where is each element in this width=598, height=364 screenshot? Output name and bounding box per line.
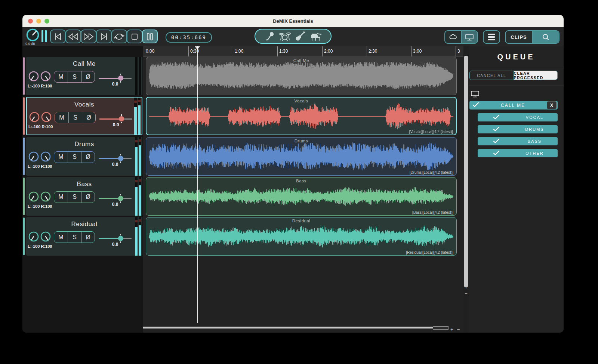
clips-button[interactable]: CLIPS bbox=[506, 31, 532, 43]
pan-right-knob[interactable] bbox=[41, 112, 52, 122]
track-header-vocals[interactable]: Vocals L:-100 R:100 M S Ø 0.0 bbox=[26, 97, 142, 135]
remove-job-button[interactable]: X bbox=[547, 101, 557, 109]
fast-forward-button[interactable] bbox=[81, 30, 96, 43]
check-icon bbox=[472, 102, 479, 109]
mute-button[interactable]: M bbox=[54, 192, 68, 203]
pan-left-knob[interactable] bbox=[28, 231, 39, 242]
queue-stem-other[interactable]: OTHER bbox=[478, 149, 558, 157]
clear-processed-button[interactable]: CLEAR PROCESSED bbox=[514, 71, 558, 80]
clip-vocals[interactable]: Vocals [Vocals][Local][4.2 (latest)] bbox=[146, 97, 457, 135]
menu-button[interactable] bbox=[484, 31, 499, 43]
queue-stem-drums[interactable]: DRUMS bbox=[478, 125, 558, 133]
mute-button[interactable]: M bbox=[54, 71, 68, 82]
phase-button[interactable]: Ø bbox=[81, 232, 95, 243]
menu-icon bbox=[488, 34, 495, 35]
vertical-zoom-in-button[interactable]: + bbox=[463, 284, 469, 290]
volume-slider[interactable] bbox=[99, 116, 132, 121]
cloud-button[interactable] bbox=[445, 31, 461, 43]
track-header-drums[interactable]: Drums L:-100 R:100 M S Ø 0.0 bbox=[26, 137, 142, 176]
zoom-window-button[interactable] bbox=[44, 19, 49, 24]
clip-call-me[interactable]: Call Me bbox=[146, 57, 457, 95]
divider bbox=[469, 86, 564, 86]
track-title: Call Me bbox=[26, 57, 142, 68]
vertical-zoom-controls: + − bbox=[463, 284, 469, 297]
playhead-line[interactable] bbox=[197, 46, 198, 323]
pan-right-knob[interactable] bbox=[40, 231, 51, 242]
timeline-tick: 1:00 bbox=[233, 46, 233, 56]
phase-button[interactable]: Ø bbox=[81, 71, 95, 82]
timeline-tick: 3:00 bbox=[411, 46, 411, 56]
queue-job-call-me[interactable]: CALL ME X bbox=[469, 101, 558, 109]
track-mode-buttons: M S Ø bbox=[54, 231, 95, 243]
waveform-drums bbox=[147, 142, 455, 170]
local-machine-button[interactable] bbox=[461, 31, 477, 43]
mute-button[interactable]: M bbox=[54, 152, 68, 163]
track-level-meter bbox=[135, 57, 141, 95]
time-display[interactable]: 00:35:669 bbox=[166, 32, 212, 43]
zoom-in-button[interactable]: + bbox=[450, 326, 453, 332]
pan-right-knob[interactable] bbox=[40, 71, 51, 81]
pan-right-knob[interactable] bbox=[40, 151, 51, 162]
phase-button[interactable]: Ø bbox=[81, 192, 95, 203]
track-row: Call Me L:-100 R:100 M S Ø 0.0 bbox=[22, 57, 143, 95]
queue-title: QUEUE bbox=[469, 53, 564, 61]
volume-slider-thumb[interactable] bbox=[118, 196, 123, 201]
search-button[interactable] bbox=[532, 31, 559, 43]
clip-bass[interactable]: Bass [Bass][Local][4.2 (latest)] bbox=[146, 177, 457, 216]
solo-button[interactable]: S bbox=[68, 71, 81, 82]
minimize-window-button[interactable] bbox=[36, 19, 41, 24]
solo-button[interactable]: S bbox=[68, 192, 81, 203]
volume-slider-thumb[interactable] bbox=[118, 75, 123, 81]
queue-stem-label: BASS bbox=[519, 139, 550, 144]
volume-slider[interactable] bbox=[99, 196, 132, 201]
horizontal-scrollbar[interactable] bbox=[143, 327, 449, 328]
mute-button[interactable]: M bbox=[55, 112, 68, 123]
stop-button[interactable] bbox=[127, 30, 142, 43]
pan-range-label: L:-100 R:100 bbox=[28, 84, 52, 88]
queue-stem-vocal[interactable]: VOCAL bbox=[478, 113, 558, 121]
mute-button[interactable]: M bbox=[54, 232, 68, 243]
rewind-button[interactable] bbox=[65, 30, 81, 43]
queue-job-label: CALL ME bbox=[479, 103, 547, 108]
volume-slider[interactable] bbox=[99, 156, 132, 161]
skip-to-end-button[interactable] bbox=[96, 30, 112, 43]
timeline-ruler[interactable]: 0:000:301:001:302:002:303:003 bbox=[143, 46, 463, 57]
track-level-meter bbox=[134, 98, 141, 135]
close-window-button[interactable] bbox=[28, 19, 33, 24]
phase-button[interactable]: Ø bbox=[81, 152, 95, 163]
track-header-bass[interactable]: Bass L:-100 R:100 M S Ø 0.0 bbox=[26, 177, 142, 216]
track-header-call-me[interactable]: Call Me L:-100 R:100 M S Ø 0.0 bbox=[26, 57, 142, 95]
cancel-all-button[interactable]: CANCEL ALL bbox=[470, 71, 514, 80]
zoom-out-button[interactable]: − bbox=[457, 326, 460, 332]
skip-to-start-button[interactable] bbox=[50, 30, 66, 43]
pan-left-knob[interactable] bbox=[29, 112, 40, 122]
pause-button[interactable] bbox=[142, 30, 158, 43]
vertical-zoom-out-button[interactable]: − bbox=[463, 290, 469, 297]
master-gain-knob[interactable] bbox=[26, 28, 40, 42]
volume-slider[interactable] bbox=[99, 75, 132, 81]
pan-left-knob[interactable] bbox=[28, 71, 39, 81]
clip-residual[interactable]: Residual [Residual][Local][4.2 (latest)] bbox=[146, 217, 457, 256]
pan-right-knob[interactable] bbox=[40, 191, 51, 202]
vertical-scrollbar[interactable]: + − bbox=[463, 46, 469, 333]
volume-slider-thumb[interactable] bbox=[118, 236, 123, 241]
solo-button[interactable]: S bbox=[68, 232, 81, 243]
pan-left-knob[interactable] bbox=[28, 191, 39, 202]
loop-button[interactable] bbox=[111, 30, 127, 43]
track-header-residual[interactable]: Residual L:-100 R:100 M S Ø 0.0 bbox=[26, 217, 142, 256]
piano-icon bbox=[309, 31, 323, 41]
volume-slider[interactable] bbox=[99, 236, 132, 241]
vertical-scrollbar-thumb[interactable] bbox=[464, 56, 468, 287]
volume-slider-thumb[interactable] bbox=[118, 156, 123, 161]
pan-left-knob[interactable] bbox=[28, 151, 39, 162]
horizontal-scrollbar-thumb[interactable] bbox=[433, 326, 449, 330]
timeline-zoom-controls: + − ↔ bbox=[450, 326, 463, 332]
phase-button[interactable]: Ø bbox=[82, 112, 95, 123]
queue-stem-bass[interactable]: BASS bbox=[478, 137, 558, 145]
job-source bbox=[471, 90, 564, 99]
clip-drums[interactable]: Drums [Drums][Local][4.2 (latest)] bbox=[146, 137, 457, 176]
solo-button[interactable]: S bbox=[68, 152, 81, 163]
solo-button[interactable]: S bbox=[68, 112, 82, 123]
stem-selector-pill[interactable] bbox=[255, 29, 332, 44]
volume-slider-thumb[interactable] bbox=[119, 116, 124, 121]
